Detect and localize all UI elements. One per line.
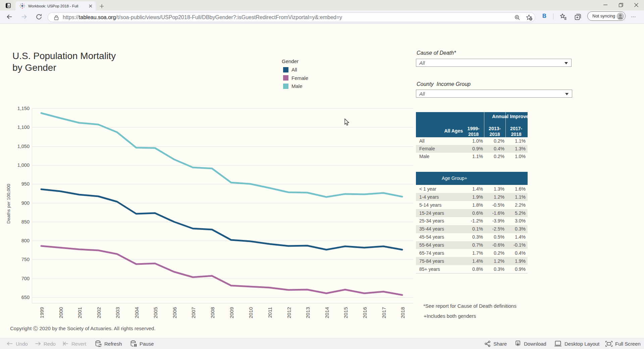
svg-text:2001: 2001 [77,307,83,318]
svg-text:2015: 2015 [343,307,348,318]
svg-text:950: 950 [21,181,30,187]
svg-text:2006: 2006 [172,307,177,318]
svg-text:All: All [291,67,297,72]
svg-text:2005: 2005 [153,307,158,318]
svg-text:750: 750 [21,257,30,262]
svg-text:2016: 2016 [362,307,368,318]
svg-text:700: 700 [21,276,30,281]
svg-text:2007: 2007 [191,307,196,318]
svg-text:Male: Male [291,83,303,89]
svg-text:800: 800 [21,238,30,243]
svg-text:Female: Female [291,75,308,81]
svg-text:Deaths per 100,000: Deaths per 100,000 [6,184,11,224]
svg-text:1,000: 1,000 [17,162,30,168]
svg-text:2018: 2018 [400,307,406,318]
svg-text:Gender: Gender [282,58,299,64]
svg-text:2011: 2011 [267,307,273,318]
svg-text:1,100: 1,100 [17,124,30,130]
svg-text:850: 850 [21,219,30,225]
svg-text:2000: 2000 [58,307,64,318]
svg-text:2017: 2017 [381,307,387,318]
svg-text:1,150: 1,150 [17,106,30,111]
svg-text:650: 650 [21,295,30,300]
svg-text:1,050: 1,050 [17,144,30,149]
svg-text:2010: 2010 [248,307,254,318]
svg-text:900: 900 [21,200,30,206]
svg-text:2012: 2012 [286,307,292,318]
svg-text:2002: 2002 [96,307,102,318]
svg-text:2014: 2014 [324,307,330,318]
svg-text:2004: 2004 [134,307,140,318]
svg-text:2009: 2009 [229,307,234,318]
svg-text:1999: 1999 [39,307,45,318]
svg-text:2013: 2013 [305,307,311,318]
svg-text:2003: 2003 [115,307,120,318]
svg-text:2008: 2008 [210,307,215,318]
